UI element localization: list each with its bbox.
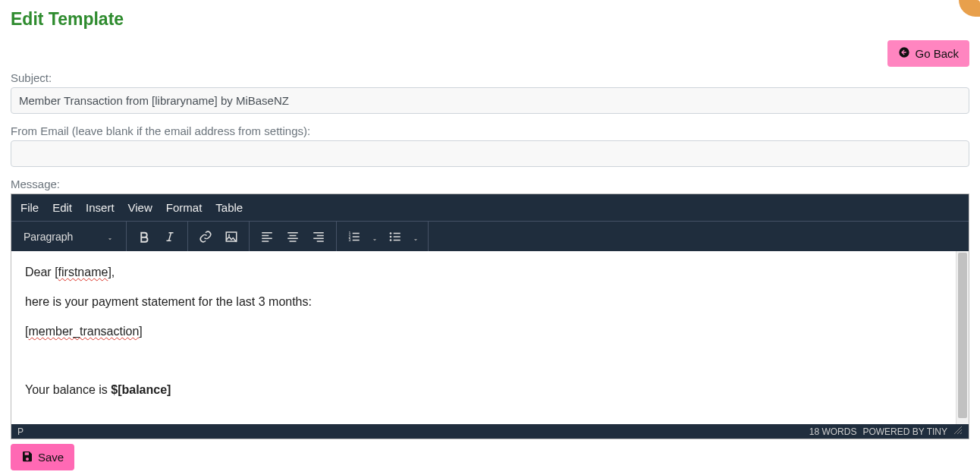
editor-toolbar: Paragraph <box>11 221 969 251</box>
status-words: 18 WORDS <box>809 426 857 437</box>
go-back-label: Go Back <box>915 47 959 60</box>
menu-file[interactable]: File <box>20 201 39 214</box>
body-greeting-name: firstname <box>58 266 108 278</box>
from-email-label: From Email (leave blank if the email add… <box>11 124 969 137</box>
message-label: Message: <box>11 178 969 190</box>
body-line2: here is your payment statement for the l… <box>25 293 955 312</box>
body-balance-token: $[balance] <box>111 383 171 396</box>
menu-edit[interactable]: Edit <box>52 201 72 214</box>
body-greeting-suffix: ], <box>108 266 115 278</box>
svg-point-1 <box>228 234 230 235</box>
editor-menubar: File Edit Insert View Format Table <box>11 194 969 221</box>
italic-button[interactable] <box>157 224 183 250</box>
menu-format[interactable]: Format <box>166 201 203 214</box>
subject-input[interactable] <box>11 87 969 114</box>
editor-scrollbar[interactable] <box>956 251 969 424</box>
from-email-input[interactable] <box>11 140 969 167</box>
body-balance-prefix: Your balance is <box>25 383 111 396</box>
bullet-list-dropdown[interactable] <box>408 224 423 250</box>
align-center-button[interactable] <box>280 224 306 250</box>
save-label: Save <box>38 451 64 464</box>
subject-label: Subject: <box>11 71 969 84</box>
menu-table[interactable]: Table <box>215 201 243 214</box>
menu-insert[interactable]: Insert <box>86 201 115 214</box>
resize-handle-icon[interactable] <box>953 426 963 437</box>
scrollbar-thumb[interactable] <box>958 253 967 418</box>
body-token-suffix: ] <box>139 325 142 338</box>
format-select-label: Paragraph <box>24 231 73 243</box>
body-token-text: member_transaction <box>28 325 139 338</box>
go-back-button[interactable]: Go Back <box>887 40 969 67</box>
align-right-button[interactable] <box>306 224 331 250</box>
image-button[interactable] <box>218 224 244 250</box>
format-select[interactable]: Paragraph <box>16 231 121 243</box>
align-left-button[interactable] <box>254 224 280 250</box>
editor-body[interactable]: Dear [firstname], here is your payment s… <box>11 251 969 424</box>
status-path[interactable]: P <box>17 426 24 437</box>
page-title: Edit Template <box>11 9 969 30</box>
bullet-list-button[interactable] <box>382 224 408 250</box>
numbered-list-button[interactable]: 123 <box>341 224 367 250</box>
save-disk-icon <box>21 450 33 464</box>
svg-point-7 <box>390 239 392 241</box>
status-powered[interactable]: POWERED BY TINY <box>862 426 947 437</box>
svg-point-5 <box>390 232 392 234</box>
body-greeting-prefix: Dear [ <box>25 266 58 278</box>
chevron-down-icon <box>371 233 378 241</box>
chevron-down-icon <box>106 233 114 241</box>
svg-text:3: 3 <box>349 238 351 242</box>
save-button[interactable]: Save <box>11 444 74 470</box>
arrow-left-circle-icon <box>898 46 910 61</box>
bold-button[interactable] <box>131 224 157 250</box>
richtext-editor: File Edit Insert View Format Table Parag… <box>11 193 969 439</box>
svg-point-6 <box>390 235 392 238</box>
numbered-list-dropdown[interactable] <box>367 224 382 250</box>
chevron-down-icon <box>412 233 419 241</box>
link-button[interactable] <box>193 224 218 250</box>
editor-statusbar: P 18 WORDS POWERED BY TINY <box>11 424 969 439</box>
menu-view[interactable]: View <box>128 201 152 214</box>
